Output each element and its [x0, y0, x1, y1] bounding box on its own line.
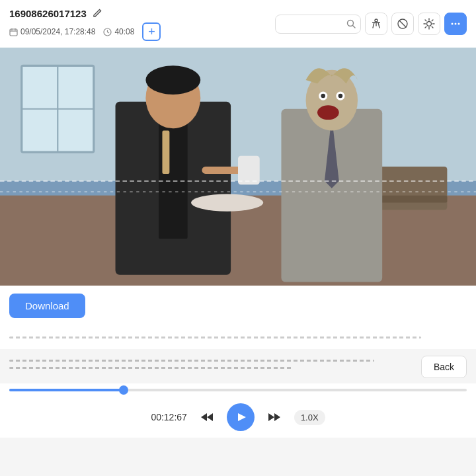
rewind-button[interactable] — [199, 409, 215, 425]
svg-point-13 — [427, 22, 432, 26]
progress-track[interactable] — [9, 389, 467, 391]
download-section: Download — [0, 286, 476, 326]
svg-point-9 — [375, 19, 377, 22]
header: 16908626017123 09/05/2024, 17:28:48 — [0, 0, 476, 48]
video-frame — [0, 48, 476, 286]
video-container — [0, 48, 476, 286]
fast-forward-button[interactable] — [266, 409, 282, 425]
text-area-section: Back — [0, 350, 476, 383]
calendar-icon — [9, 28, 18, 36]
progress-section — [0, 383, 476, 397]
add-button[interactable]: + — [142, 22, 161, 41]
meta-row: 09/05/2024, 17:28:48 40:08 + — [9, 22, 161, 41]
clock-icon — [103, 28, 112, 36]
fast-forward-icon — [266, 409, 282, 425]
content-area: Download Back 00:12:67 — [0, 48, 476, 476]
time-display: 00:12:67 — [151, 412, 187, 422]
block-button[interactable] — [391, 13, 414, 35]
svg-marker-54 — [238, 413, 246, 421]
svg-line-12 — [399, 20, 407, 28]
search-wrap — [275, 15, 361, 34]
svg-line-18 — [425, 20, 426, 21]
text-area-redacted — [9, 356, 415, 373]
accessibility-icon — [370, 18, 382, 30]
search-input[interactable] — [275, 15, 361, 34]
more-icon — [450, 18, 461, 30]
svg-marker-53 — [207, 413, 213, 421]
record-id: 16908626017123 — [9, 8, 87, 19]
svg-line-20 — [432, 20, 433, 21]
header-left: 16908626017123 — [9, 7, 161, 20]
date-value: 09/05/2024, 17:28:48 — [20, 27, 95, 36]
redacted-line-3 — [9, 367, 293, 369]
block-icon — [397, 18, 409, 30]
edit-icon — [92, 8, 102, 19]
svg-line-19 — [432, 26, 433, 28]
speed-button[interactable]: 1.0X — [294, 410, 325, 425]
rewind-icon — [199, 409, 215, 425]
redacted-line-2 — [9, 360, 374, 362]
more-button[interactable] — [444, 13, 467, 35]
header-right — [275, 13, 467, 35]
play-icon — [234, 411, 247, 424]
download-button[interactable]: Download — [9, 294, 85, 318]
svg-point-41 — [191, 194, 263, 211]
duration-meta: 40:08 — [103, 27, 134, 36]
edit-record-button[interactable] — [91, 7, 104, 20]
progress-thumb[interactable] — [119, 385, 128, 395]
video-scene — [0, 48, 476, 286]
date-meta: 09/05/2024, 17:28:48 — [9, 27, 95, 36]
accessibility-button[interactable] — [365, 13, 387, 35]
svg-marker-52 — [201, 413, 207, 421]
redacted-section-1 — [0, 326, 476, 349]
svg-point-45 — [317, 105, 339, 120]
redacted-line-1 — [9, 337, 421, 338]
duration-value: 40:08 — [114, 27, 134, 36]
progress-fill — [9, 389, 124, 391]
brightness-icon — [423, 18, 435, 30]
svg-point-48 — [321, 94, 325, 99]
svg-point-24 — [458, 23, 460, 25]
svg-point-49 — [338, 94, 343, 99]
brightness-button[interactable] — [418, 13, 440, 35]
svg-point-22 — [452, 23, 454, 25]
svg-marker-56 — [274, 413, 280, 421]
play-button[interactable] — [227, 403, 255, 431]
svg-point-38 — [145, 65, 200, 95]
svg-line-21 — [425, 26, 426, 28]
svg-marker-55 — [268, 413, 274, 421]
playback-controls: 00:12:67 1.0X — [0, 397, 476, 438]
svg-rect-36 — [162, 130, 169, 173]
svg-rect-0 — [10, 29, 17, 36]
back-button[interactable]: Back — [421, 356, 467, 378]
svg-line-6 — [108, 32, 110, 33]
svg-point-23 — [455, 23, 457, 25]
